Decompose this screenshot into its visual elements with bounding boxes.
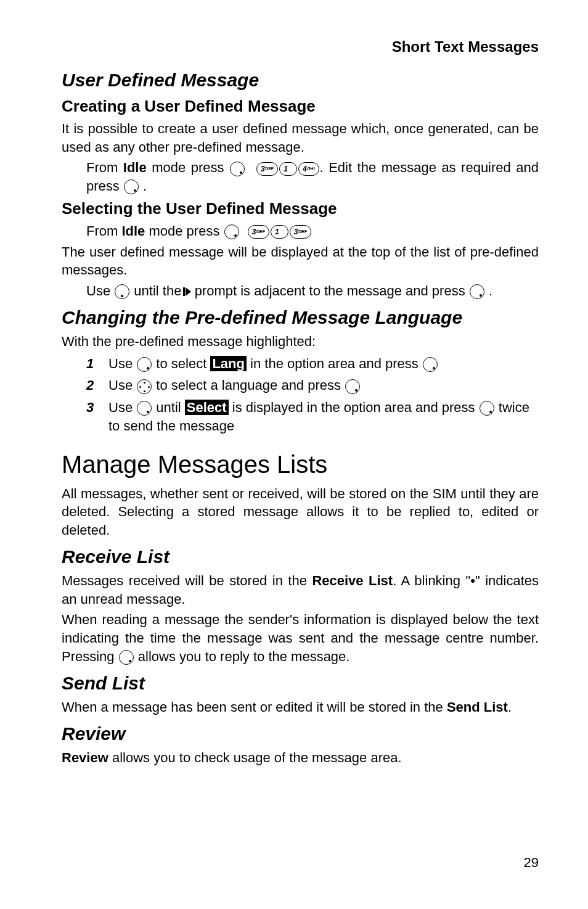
text: to select a language and press — [152, 377, 345, 393]
para-review: Review allows you to check usage of the … — [62, 749, 539, 767]
para-send: When a message has been sent or edited i… — [62, 698, 539, 717]
key-1-icon: 1 — [271, 225, 288, 239]
key-4ghi-icon: 4GHI — [298, 162, 319, 176]
text: in the option area and press — [247, 356, 422, 371]
text: Use — [108, 377, 136, 393]
nav-select-icon — [124, 179, 139, 194]
text: . — [139, 178, 147, 194]
heading-selecting: Selecting the User Defined Message — [62, 198, 539, 220]
nav-select-icon — [423, 357, 438, 372]
text: . — [485, 283, 492, 298]
nav-select-icon — [345, 379, 360, 394]
list-number: 1 — [86, 355, 108, 373]
heading-user-defined-message: User Defined Message — [62, 68, 539, 93]
idle-label: Idle — [123, 160, 147, 175]
para-manage-intro: All messages, whether sent or received, … — [62, 485, 539, 540]
select-tag: Select — [185, 400, 229, 415]
text: From — [86, 223, 121, 239]
text: When a message has been sent or edited i… — [62, 699, 447, 715]
idle-label: Idle — [121, 223, 145, 239]
text: From — [86, 160, 123, 175]
page-number: 29 — [524, 853, 539, 872]
text: to select — [152, 356, 210, 371]
nav-select-icon — [470, 284, 484, 299]
nav-select-icon — [480, 401, 494, 416]
list-item: 3 Use until Select is displayed in the o… — [86, 398, 539, 435]
heading-review: Review — [62, 722, 539, 747]
list-item: 2 Use to select a language and press — [86, 376, 539, 395]
text: Use — [108, 400, 136, 415]
nav-select-icon — [119, 650, 134, 665]
key-3def-icon: 3DEF — [290, 225, 311, 239]
text: Use — [108, 356, 136, 371]
key-3def-icon: 3DEF — [248, 225, 269, 239]
para-receive-1: Messages received will be stored in the … — [62, 572, 539, 608]
nav-down-icon — [115, 284, 129, 299]
para-create-intro: It is possible to create a user defined … — [62, 120, 539, 156]
text: allows you to check usage of the message… — [108, 750, 402, 765]
receive-list-label: Receive List — [312, 573, 393, 588]
heading-receive-list: Receive List — [62, 545, 539, 570]
heading-creating: Creating a User Defined Message — [62, 96, 539, 117]
list-number: 2 — [86, 376, 108, 395]
text: prompt is adjacent to the message and pr… — [191, 283, 469, 298]
para-select-use: Use until the prompt is adjacent to the … — [62, 282, 539, 300]
text: until the — [130, 283, 185, 298]
key-3def-icon: 3DEF — [256, 162, 278, 176]
list-item: 1 Use to select Lang in the option area … — [86, 355, 539, 373]
heading-send-list: Send List — [62, 671, 539, 696]
review-label: Review — [62, 750, 108, 765]
nav-right-icon — [137, 357, 152, 372]
lang-tag: Lang — [210, 356, 247, 371]
send-list-label: Send List — [447, 699, 508, 715]
ordered-list: 1 Use to select Lang in the option area … — [62, 355, 539, 435]
para-select-steps: From Idle mode press 3DEF1 3DEF — [62, 222, 539, 241]
text: mode press — [147, 160, 229, 175]
text: until — [152, 400, 185, 415]
list-number: 3 — [86, 398, 108, 435]
nav-select-icon — [230, 162, 245, 176]
para-receive-2: When reading a message the sender's info… — [62, 611, 539, 665]
page-header: Short Text Messages — [62, 37, 539, 57]
para-create-steps: From Idle mode press 3DEF1 4GHI. Edit th… — [62, 158, 539, 195]
text: Messages received will be stored in the — [62, 573, 312, 588]
key-1-icon: 1 — [279, 162, 297, 176]
nav-right-icon — [137, 401, 152, 416]
nav-select-icon — [224, 224, 239, 239]
text: is displayed in the option area and pres… — [229, 400, 479, 415]
text: . — [508, 699, 512, 715]
para-lang-intro: With the pre-defined message highlighted… — [62, 332, 539, 351]
nav-4way-icon — [137, 379, 152, 394]
para-select-desc: The user defined message will be display… — [62, 243, 539, 279]
text: Use — [86, 283, 114, 298]
cursor-prompt-icon — [186, 287, 191, 296]
heading-change-lang: Changing the Pre-defined Message Languag… — [62, 305, 539, 331]
text: mode press — [145, 223, 223, 239]
text: allows you to reply to the message. — [134, 649, 350, 664]
heading-manage-lists: Manage Messages Lists — [62, 448, 539, 481]
